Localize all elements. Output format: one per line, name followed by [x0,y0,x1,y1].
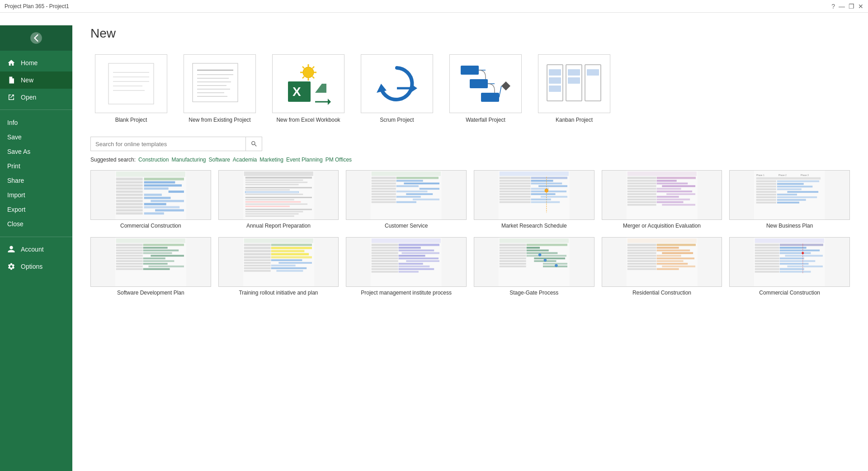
svg-rect-198 [143,252,172,254]
svg-rect-300 [627,268,656,270]
sidebar-divider-2 [0,237,72,237]
template-commercial-construction[interactable]: Commercial Construction [90,170,211,230]
template-kanban-project[interactable]: Kanban Project [533,54,615,123]
template-new-business[interactable]: Phase 1 Phase 2 Phase 3 [729,170,850,230]
svg-point-0 [30,32,42,44]
svg-rect-89 [245,201,301,203]
template-commercial-construction-2[interactable]: Commercial Construction [729,237,850,297]
close-button[interactable]: ✕ [858,3,863,10]
svg-rect-184 [777,196,817,198]
svg-rect-204 [143,260,175,262]
template-existing-project[interactable]: New from Existing Project [179,54,260,123]
sidebar-item-save[interactable]: Save [0,130,72,144]
svg-rect-88 [245,199,294,200]
svg-rect-146 [627,180,656,182]
svg-rect-97 [372,171,441,176]
svg-rect-154 [627,190,656,192]
svg-rect-113 [396,196,421,198]
help-button[interactable]: ? [831,3,835,10]
sidebar-home-label: Home [21,59,38,67]
suggested-construction[interactable]: Construction [138,157,169,163]
sidebar-item-close[interactable]: Close [0,217,72,231]
svg-rect-110 [372,193,396,195]
sidebar-item-account[interactable]: Account [0,241,72,258]
sidebar-item-info[interactable]: Info [0,115,72,130]
sidebar-item-new[interactable]: New [0,71,72,89]
suggested-manufacturing[interactable]: Manufacturing [171,157,206,163]
svg-rect-218 [271,250,304,252]
sidebar-item-share[interactable]: Share [0,173,72,188]
svg-rect-124 [500,183,531,185]
grid-thumb-commercial [90,170,211,220]
svg-rect-90 [245,204,307,205]
svg-rect-81 [245,182,307,183]
svg-rect-228 [271,264,295,266]
svg-rect-276 [543,263,567,265]
svg-rect-45 [549,69,561,76]
svg-rect-91 [245,206,289,207]
svg-rect-170 [756,177,821,180]
sidebar-item-import[interactable]: Import [0,188,72,202]
svg-rect-277 [500,265,526,267]
template-annual-report[interactable]: Annual Report Preparation [218,170,339,230]
customer-service-preview [346,171,466,219]
svg-rect-308 [755,249,779,251]
sidebar-item-options[interactable]: Options [0,258,72,275]
template-residential[interactable]: Residential Construction [602,237,722,297]
sidebar-options-label: Options [21,263,42,270]
suggested-marketing[interactable]: Marketing [259,157,283,163]
search-button[interactable] [245,137,262,151]
svg-rect-186 [777,199,806,201]
suggested-software[interactable]: Software [209,157,230,163]
svg-rect-288 [627,252,656,254]
template-market-research[interactable]: Market Research Schedule [474,170,594,230]
svg-rect-62 [169,190,184,193]
template-pmi-process[interactable]: Project management institute process [346,237,467,297]
svg-rect-208 [148,265,184,267]
svg-rect-115 [413,199,439,200]
svg-rect-176 [777,186,813,187]
svg-rect-221 [244,256,270,258]
sidebar-item-export[interactable]: Export [0,202,72,217]
svg-rect-227 [244,264,270,266]
minimize-button[interactable]: — [839,3,845,10]
restore-button[interactable]: ❐ [849,3,854,10]
svg-rect-207 [116,265,143,267]
suggested-academia[interactable]: Academia [233,157,257,163]
svg-rect-93 [245,211,303,212]
svg-rect-160 [627,199,656,200]
svg-rect-117 [396,201,416,203]
template-stage-gate[interactable]: Stage-Gate Process [474,237,594,297]
template-customer-service[interactable]: Customer Service [346,170,467,230]
sidebar-item-print[interactable]: Print [0,159,72,173]
grid-thumb-residential [602,237,722,287]
svg-rect-246 [399,257,439,259]
svg-rect-259 [500,243,526,246]
grid-thumb-customer [346,170,467,220]
top-templates-row: Blank Project New from Existing Project [90,54,850,123]
template-waterfall-project[interactable]: Waterfall Project [445,54,526,123]
search-input[interactable] [91,141,245,147]
svg-rect-225 [244,262,270,264]
svg-rect-157 [666,193,695,195]
sidebar-item-save-as[interactable]: Save As [0,144,72,159]
svg-rect-209 [116,268,143,270]
grid-label-software: Software Development Plan [117,290,184,297]
template-software-dev[interactable]: Software Development Plan [90,237,211,297]
svg-rect-194 [143,247,168,248]
svg-rect-121 [531,177,567,179]
suggested-pm-offices[interactable]: PM Offices [326,157,352,163]
suggested-event-planning[interactable]: Event Planning [286,157,323,163]
svg-rect-231 [244,270,270,271]
template-training-rollout[interactable]: Training rollout initiative and plan [218,237,339,297]
template-merger[interactable]: Merger or Acquisition Evaluation [602,170,722,230]
sidebar-item-open[interactable]: Open [0,89,72,106]
template-blank-project[interactable]: Blank Project [90,54,172,123]
svg-rect-137 [500,199,531,200]
sidebar-item-home[interactable]: Home [0,54,72,71]
template-scrum-project[interactable]: Scrum Project [356,54,438,123]
template-excel-workbook[interactable]: X New from Excel Workbook [268,54,349,123]
grid-label-commercial: Commercial Construction [120,223,181,230]
svg-rect-49 [568,77,580,84]
back-button[interactable] [0,25,72,51]
